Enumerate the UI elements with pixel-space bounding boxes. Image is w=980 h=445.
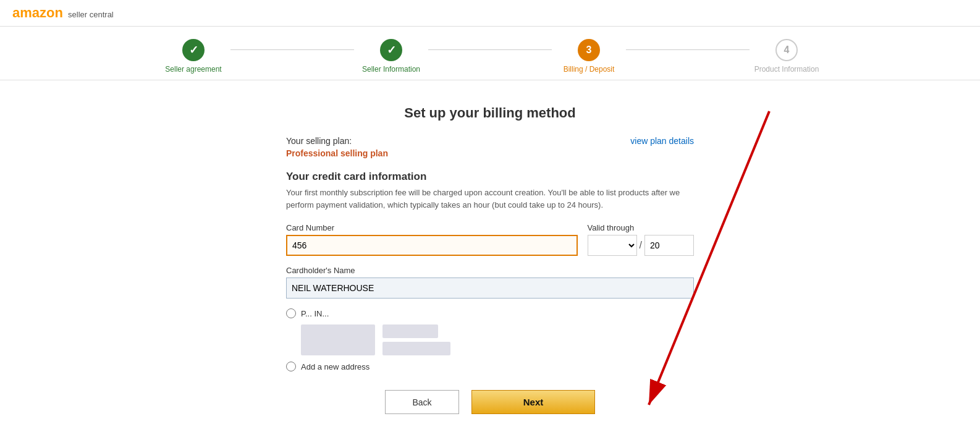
step-circle-2 <box>380 39 402 61</box>
header-divider <box>0 80 980 80</box>
address-option-existing-label: P... IN... <box>301 309 329 318</box>
credit-card-info-text: Your first monthly subscription fee will… <box>286 187 694 211</box>
card-number-input[interactable] <box>286 235 578 256</box>
logo-seller-text: seller central <box>68 10 114 19</box>
step-product-information: 4 Product Information <box>750 39 824 74</box>
blur-block-3 <box>382 342 450 355</box>
step-circle-3: 3 <box>578 39 600 61</box>
cardholder-group: Cardholder's Name <box>286 266 694 299</box>
selling-plan-value: Professional selling plan <box>286 148 388 158</box>
blur-blocks-right <box>382 324 450 355</box>
address-blurred-area <box>301 324 694 355</box>
cardholder-label: Cardholder's Name <box>286 266 694 275</box>
main-content: Set up your billing method Your selling … <box>274 93 706 439</box>
selling-plan-label: Your selling plan: <box>286 136 388 146</box>
step-seller-information: Seller Information <box>354 39 428 74</box>
selling-plan-info: Your selling plan: Professional selling … <box>286 136 388 158</box>
back-button[interactable]: Back <box>385 390 459 414</box>
step-billing-deposit: 3 Billing / Deposit <box>552 39 626 74</box>
view-plan-link[interactable]: view plan details <box>630 136 694 146</box>
card-number-label: Card Number <box>286 223 578 232</box>
step-label-1: Seller agreement <box>165 65 221 74</box>
credit-card-heading: Your credit card information <box>286 171 694 183</box>
step-label-3: Billing / Deposit <box>564 65 615 74</box>
address-option-existing-row: P... IN... <box>286 308 694 318</box>
date-slash: / <box>640 240 642 251</box>
page-title: Set up your billing method <box>286 105 694 121</box>
valid-through-row: 01020304 05060708 09101112 / <box>588 235 694 256</box>
step-line-1 <box>230 49 354 50</box>
card-number-group: Card Number <box>286 223 578 256</box>
step-circle-1 <box>182 39 205 61</box>
logo-amazon-text: amazon seller central <box>12 6 114 20</box>
valid-through-group: Valid through 01020304 05060708 09101112… <box>588 223 694 256</box>
selling-plan-section: Your selling plan: Professional selling … <box>286 136 694 158</box>
valid-through-label: Valid through <box>588 223 694 232</box>
address-option-new-radio[interactable] <box>286 362 296 371</box>
address-option-new-label: Add a new address <box>301 362 370 371</box>
step-circle-4: 4 <box>775 39 798 61</box>
step-label-2: Seller Information <box>362 65 420 74</box>
step-label-4: Product Information <box>754 65 819 74</box>
valid-month-select[interactable]: 01020304 05060708 09101112 <box>588 235 637 256</box>
step-line-3 <box>626 49 750 50</box>
valid-year-input[interactable] <box>644 235 694 256</box>
progress-bar: Seller agreement Seller Information 3 Bi… <box>0 27 980 80</box>
button-row: Back Next <box>286 390 694 414</box>
card-number-row: Card Number Valid through 01020304 05060… <box>286 223 694 256</box>
app-header: amazon seller central <box>0 0 980 27</box>
address-options: P... IN... Add a new address <box>286 308 694 371</box>
next-button[interactable]: Next <box>471 390 595 414</box>
step-seller-agreement: Seller agreement <box>156 39 230 74</box>
blur-block-1 <box>301 324 375 355</box>
step-line-2 <box>428 49 552 50</box>
amazon-logo: amazon seller central <box>12 6 114 20</box>
address-option-existing-radio[interactable] <box>286 308 296 318</box>
cardholder-input[interactable] <box>286 278 694 299</box>
address-option-new-row: Add a new address <box>286 362 694 371</box>
blur-block-2 <box>382 324 438 338</box>
progress-steps: Seller agreement Seller Information 3 Bi… <box>156 39 824 74</box>
